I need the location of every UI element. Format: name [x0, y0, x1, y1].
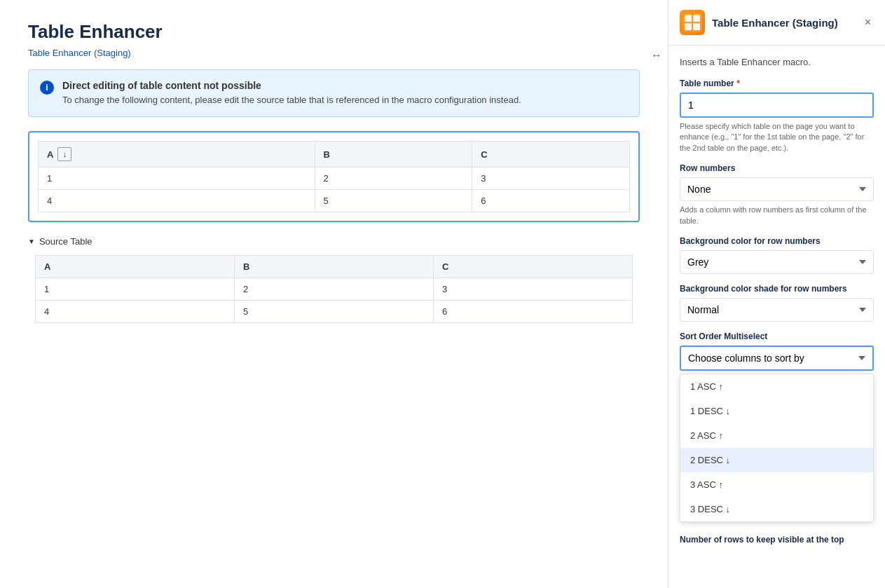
sort-icon-a[interactable]: ↓	[57, 147, 71, 161]
sort-dropdown-open[interactable]: 1 ASC ↑ 1 DESC ↓ 2 ASC ↑ 2 DESC ↓ 3 ASC …	[680, 374, 874, 522]
main-table: A ↓ B C 1 2 3 4 5 6	[38, 141, 630, 212]
main-table-header-a: A ↓	[39, 142, 315, 167]
row-numbers-help: Adds a column with row numbers as first …	[680, 205, 874, 226]
bg-shade-label: Background color shade for row numbers	[680, 284, 874, 294]
rows-visible-label: Number of rows to keep visible at the to…	[680, 532, 874, 545]
bg-color-select[interactable]: Grey Blue Green Red Yellow White	[680, 250, 874, 274]
info-box: i Direct editing of table content not po…	[28, 69, 640, 117]
table-number-label: Table number *	[680, 78, 874, 88]
left-panel: Table Enhancer Table Enhancer (Staging) …	[0, 0, 668, 588]
svg-rect-3	[685, 23, 692, 30]
source-table-header-a: A	[36, 256, 235, 278]
source-table-toggle[interactable]: ▼ Source Table	[28, 236, 640, 247]
bg-shade-select[interactable]: Normal Light Dark	[680, 298, 874, 322]
sort-option-3desc[interactable]: 3 DESC ↓	[680, 497, 873, 521]
sort-order-select[interactable]: Choose columns to sort by	[680, 346, 874, 371]
source-table-header-c: C	[434, 256, 633, 278]
table-number-group: Table number * Please specify which tabl…	[680, 78, 874, 153]
source-table-section: ▼ Source Table A B C 1 2 3	[28, 236, 640, 323]
main-table-container: A ↓ B C 1 2 3 4 5 6	[28, 131, 640, 222]
sort-option-2desc[interactable]: 2 DESC ↓	[680, 448, 873, 472]
right-panel: Table Enhancer (Staging) × Inserts a Tab…	[668, 0, 885, 588]
source-table-inner: A B C 1 2 3 4 5 6	[28, 255, 640, 323]
panel-description: Inserts a Table Enhancer macro.	[680, 57, 874, 67]
resize-handle[interactable]: ↔	[651, 49, 661, 62]
panel-header: Table Enhancer (Staging) ×	[668, 0, 885, 46]
table-row: 1 2 3	[36, 278, 633, 301]
breadcrumb-link[interactable]: Table Enhancer (Staging)	[28, 48, 131, 58]
source-table-header-b: B	[235, 256, 434, 278]
table-row: 1 2 3	[39, 167, 630, 190]
table-number-input[interactable]	[680, 93, 874, 118]
sort-order-label: Sort Order Multiselect	[680, 331, 874, 341]
panel-body: Inserts a Table Enhancer macro. Table nu…	[668, 46, 885, 588]
panel-title: Table Enhancer (Staging)	[712, 17, 838, 29]
info-heading: Direct editing of table content not poss…	[62, 80, 521, 91]
bg-color-group: Background color for row numbers Grey Bl…	[680, 236, 874, 274]
row-numbers-label: Row numbers	[680, 163, 874, 173]
sort-option-3asc[interactable]: 3 ASC ↑	[680, 472, 873, 497]
sort-order-group: Sort Order Multiselect Choose columns to…	[680, 331, 874, 522]
row-numbers-group: Row numbers None Left Right Adds a colum…	[680, 163, 874, 226]
table-row: 4 5 6	[36, 301, 633, 323]
table-row: 4 5 6	[39, 190, 630, 212]
sort-option-1asc[interactable]: 1 ASC ↑	[680, 374, 873, 399]
svg-rect-2	[693, 15, 700, 22]
table-number-help: Please specify which table on the page y…	[680, 121, 874, 153]
source-table: A B C 1 2 3 4 5 6	[35, 255, 633, 323]
source-table-label: Source Table	[39, 236, 92, 247]
close-button[interactable]: ×	[862, 13, 874, 32]
bg-color-label: Background color for row numbers	[680, 236, 874, 246]
main-table-header-b: B	[315, 142, 472, 167]
rows-visible-group: Number of rows to keep visible at the to…	[680, 532, 874, 545]
svg-rect-4	[693, 23, 700, 30]
page-title: Table Enhancer	[28, 21, 640, 43]
panel-icon	[680, 10, 705, 35]
main-table-header-c: C	[472, 142, 630, 167]
sort-option-2asc[interactable]: 2 ASC ↑	[680, 423, 873, 448]
info-body: To change the following content, please …	[62, 94, 521, 107]
info-icon: i	[40, 81, 54, 95]
svg-rect-1	[685, 15, 692, 22]
bg-shade-group: Background color shade for row numbers N…	[680, 284, 874, 322]
toggle-arrow-icon: ▼	[28, 238, 35, 245]
required-marker: *	[736, 78, 740, 88]
row-numbers-select[interactable]: None Left Right	[680, 177, 874, 201]
sort-option-1desc[interactable]: 1 DESC ↓	[680, 399, 873, 423]
